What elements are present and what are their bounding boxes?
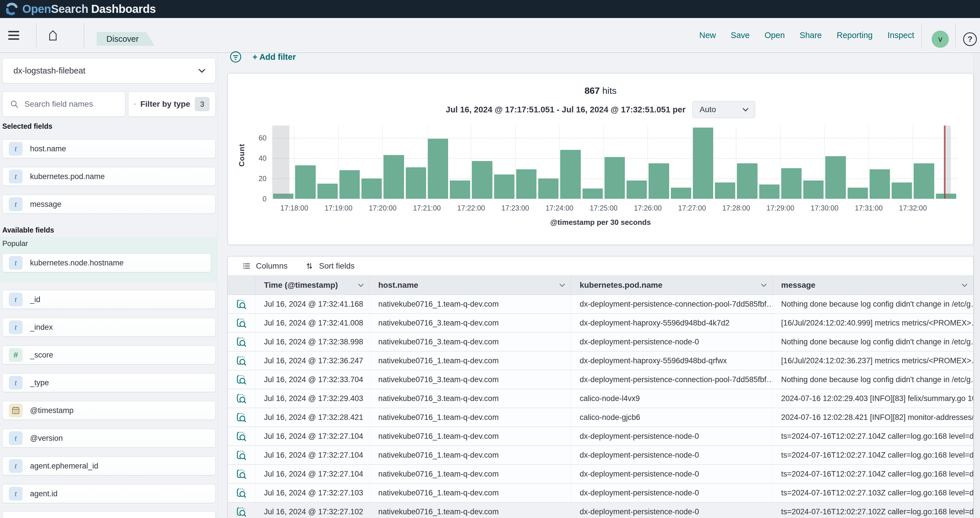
field-item-message[interactable]: tmessage (2, 195, 216, 214)
histogram-plot[interactable]: 17:18:0017:19:0017:20:0017:21:0017:22:00… (272, 126, 957, 199)
field-item-kubernetes.node.hostname[interactable]: tkubernetes.node.hostname (2, 253, 211, 272)
field-item-_score[interactable]: #_score (2, 346, 216, 364)
histogram-bar[interactable] (737, 163, 757, 199)
grid-line (736, 126, 737, 199)
field-item-agent.id[interactable]: tagent.id (2, 484, 216, 503)
cell-kubernetes.pod.name: dx-deployment-haproxy-5596d948bd-4k7d2 (571, 314, 772, 332)
histogram-bar[interactable] (472, 161, 492, 199)
expand-document-icon[interactable] (228, 427, 255, 445)
histogram-bar[interactable] (627, 180, 647, 199)
histogram-bar[interactable] (538, 179, 558, 199)
field-item-host.name[interactable]: thost.name (2, 139, 216, 158)
histogram-bar[interactable] (494, 174, 514, 199)
expand-document-icon[interactable] (228, 389, 255, 408)
table-header-host.name[interactable]: host.name (369, 276, 571, 295)
menu-icon[interactable] (5, 18, 22, 53)
table-header-message[interactable]: message (772, 276, 973, 295)
histogram-bar[interactable] (605, 157, 625, 199)
histogram-bar[interactable] (892, 182, 912, 199)
expand-document-icon[interactable] (228, 333, 255, 351)
field-item-partial[interactable] (2, 512, 216, 518)
filter-icon[interactable] (229, 50, 242, 64)
expand-document-icon[interactable] (228, 370, 255, 389)
available-fields-header: Available fields (2, 226, 54, 234)
avatar[interactable]: v (932, 30, 949, 48)
grid-line (338, 126, 339, 199)
interval-select[interactable]: Auto (692, 101, 755, 118)
home-icon[interactable] (43, 18, 63, 53)
histogram-bar[interactable] (450, 180, 470, 199)
field-item-@timestamp[interactable]: @timestamp (2, 401, 216, 420)
field-item-agent.ephemeral_id[interactable]: tagent.ephemeral_id (2, 456, 216, 475)
nav-link-reporting[interactable]: Reporting (837, 30, 873, 40)
cell-kubernetes.pod.name: dx-deployment-persistence-connection-poo… (571, 370, 772, 389)
grid-line (648, 126, 648, 199)
field-item-kubernetes.pod.name[interactable]: tkubernetes.pod.name (2, 167, 216, 186)
add-filter-button[interactable]: + Add filter (253, 53, 296, 62)
histogram-bar[interactable] (914, 163, 934, 199)
table-header-Time (@timestamp)[interactable]: Time (@timestamp) (255, 276, 369, 295)
table-header-kubernetes.pod.name[interactable]: kubernetes.pod.name (571, 276, 772, 295)
cell-kubernetes.pod.name: dx-deployment-haproxy-5596d948bd-qrfwx (571, 352, 772, 370)
breadcrumb-discover[interactable]: Discover (97, 32, 155, 46)
histogram-bar[interactable] (383, 155, 404, 199)
search-input[interactable] (24, 100, 118, 109)
list-icon (242, 261, 251, 271)
histogram-bar[interactable] (825, 156, 846, 199)
columns-button[interactable]: Columns (242, 261, 287, 271)
scrollbar[interactable] (974, 53, 980, 518)
histogram-bar[interactable] (361, 179, 382, 199)
expand-document-icon[interactable] (228, 352, 255, 370)
nav-link-new[interactable]: New (699, 30, 716, 40)
histogram-bar[interactable] (781, 168, 802, 199)
histogram-bar[interactable] (339, 170, 360, 199)
search-field-names-input[interactable] (2, 91, 125, 117)
histogram-bar[interactable] (671, 188, 691, 199)
nav-link-open[interactable]: Open (764, 30, 785, 40)
histogram-bar[interactable] (649, 163, 669, 199)
text-type-badge: t (9, 142, 22, 156)
expand-document-icon[interactable] (228, 502, 255, 518)
histogram-bar[interactable] (715, 182, 735, 199)
x-tick-label: 17:30:00 (811, 204, 838, 212)
y-tick-label: 60 (259, 134, 267, 142)
expand-document-icon[interactable] (228, 446, 255, 464)
cell-message: [16/Jul/2024:12:02:40.999] metrics metri… (772, 314, 973, 332)
expand-document-icon[interactable] (228, 465, 255, 483)
nav-link-share[interactable]: Share (800, 30, 822, 40)
cell-message: 2024-07-16 12:02:29.403 [INFO][83] felix… (772, 389, 973, 408)
histogram-bar[interactable] (759, 185, 780, 199)
histogram-bar[interactable] (870, 169, 890, 199)
expand-document-icon[interactable] (228, 484, 255, 502)
index-pattern-value: dx-logstash-filebeat (13, 66, 197, 75)
sort-fields-button[interactable]: Sort fields (305, 261, 355, 271)
expand-document-icon[interactable] (228, 314, 255, 332)
histogram-bar[interactable] (406, 167, 426, 199)
histogram-bar[interactable] (693, 128, 713, 199)
cell-Time (@timestamp): Jul 16, 2024 @ 17:32:41.008 (255, 314, 369, 332)
filter-by-type-button[interactable]: Filter by type 3 (128, 91, 216, 117)
help-icon[interactable]: ? (963, 32, 977, 46)
histogram-bar[interactable] (295, 165, 315, 199)
expand-document-icon[interactable] (228, 295, 255, 313)
nav-link-inspect[interactable]: Inspect (888, 30, 915, 40)
expand-document-icon[interactable] (228, 408, 255, 427)
nav-link-save[interactable]: Save (731, 30, 749, 40)
histogram-bar[interactable] (317, 183, 338, 199)
cell-Time (@timestamp): Jul 16, 2024 @ 17:32:41.168 (255, 295, 369, 313)
histogram-bar[interactable] (428, 139, 448, 199)
histogram-bar[interactable] (848, 188, 868, 199)
histogram-bar[interactable] (582, 188, 603, 199)
histogram-bar[interactable] (560, 150, 581, 199)
cell-Time (@timestamp): Jul 16, 2024 @ 17:32:27.104 (255, 465, 369, 483)
histogram-bar[interactable] (516, 169, 536, 199)
field-item-_type[interactable]: t_type (2, 373, 216, 392)
histogram-bar[interactable] (803, 180, 824, 199)
x-tick-label: 17:24:00 (546, 204, 573, 212)
field-item-_index[interactable]: t_index (2, 318, 216, 337)
field-name: kubernetes.node.hostname (30, 258, 124, 268)
documents-table-panel: Columns Sort fields Time (@timestamp)hos… (228, 256, 974, 518)
index-pattern-select[interactable]: dx-logstash-filebeat (2, 58, 216, 83)
field-item-@version[interactable]: t@version (2, 429, 216, 448)
field-item-_id[interactable]: t_id (2, 290, 216, 309)
